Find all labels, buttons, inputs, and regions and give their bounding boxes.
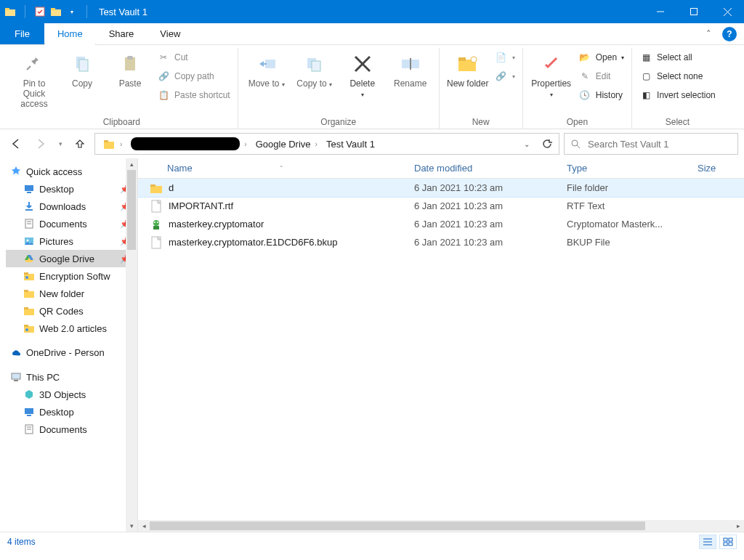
search-input[interactable] bbox=[586, 138, 732, 150]
tree-item[interactable]: Documents bbox=[6, 421, 137, 438]
title-bar: ▾ Test Vault 1 bbox=[0, 0, 744, 23]
tab-share[interactable]: Share bbox=[96, 23, 147, 44]
tree-section[interactable]: OneDrive - Person bbox=[6, 344, 137, 361]
scroll-left-icon[interactable]: ◂ bbox=[138, 520, 150, 532]
tab-view[interactable]: View bbox=[147, 23, 193, 44]
svg-rect-40 bbox=[24, 290, 28, 292]
file-icon bbox=[150, 236, 163, 249]
tree-item[interactable]: Desktop bbox=[6, 403, 137, 421]
details-view-button[interactable] bbox=[699, 535, 716, 549]
up-button[interactable] bbox=[70, 134, 90, 154]
svg-point-45 bbox=[25, 328, 28, 331]
tree-section[interactable]: Quick access bbox=[6, 163, 137, 180]
pin-to-quick-access-button[interactable]: Pin to Quick access bbox=[10, 48, 58, 109]
breadcrumb-hidden[interactable]: › bbox=[128, 137, 251, 150]
link-icon: 🔗 bbox=[495, 70, 508, 83]
folder-icon bbox=[23, 423, 35, 435]
open-button[interactable]: 📂Open ▾ bbox=[575, 49, 627, 65]
copy-button[interactable]: Copy bbox=[58, 48, 106, 89]
tree-item[interactable]: Downloads📌 bbox=[6, 198, 137, 215]
scrollbar-thumb[interactable] bbox=[127, 170, 136, 250]
tree-item[interactable]: Web 2.0 articles bbox=[6, 320, 137, 337]
delete-button[interactable]: Delete▾ bbox=[339, 48, 387, 100]
dropdown-icon[interactable]: ▾ bbox=[66, 6, 78, 17]
help-icon[interactable]: ? bbox=[722, 27, 737, 41]
scrollbar-thumb[interactable] bbox=[150, 522, 645, 530]
refresh-button[interactable] bbox=[537, 134, 557, 154]
new-folder-button[interactable]: New folder bbox=[444, 48, 492, 89]
tree-label: Pictures bbox=[39, 236, 73, 247]
group-new-label: New bbox=[444, 115, 518, 129]
scroll-down-icon[interactable]: ▾ bbox=[126, 520, 137, 532]
tree-item[interactable]: 3D Objects bbox=[6, 386, 137, 403]
thumbnails-view-button[interactable] bbox=[719, 535, 737, 549]
column-name[interactable]: Name˄ bbox=[138, 158, 407, 178]
file-tab[interactable]: File bbox=[0, 23, 44, 44]
svg-rect-47 bbox=[14, 380, 18, 381]
svg-rect-53 bbox=[150, 186, 162, 193]
breadcrumb-item[interactable]: Google Drive› bbox=[253, 139, 322, 150]
file-row[interactable]: masterkey.cryptomator.E1DCD6F6.bkup6 Jan… bbox=[138, 233, 744, 251]
ribbon-tabs: File Home Share View ˄ ? bbox=[0, 23, 744, 45]
tree-item[interactable]: Desktop📌 bbox=[6, 180, 137, 198]
tree-scrollbar[interactable]: ▴ ▾ bbox=[126, 158, 137, 532]
breadcrumb-item[interactable]: Test Vault 1 bbox=[323, 139, 378, 150]
pc-icon bbox=[10, 371, 22, 383]
cut-button[interactable]: ✂Cut bbox=[154, 49, 233, 65]
tree-item[interactable]: New folder bbox=[6, 285, 137, 302]
file-type: File folder bbox=[559, 182, 690, 193]
copy-path-button[interactable]: 🔗Copy path bbox=[154, 68, 233, 84]
properties-icon[interactable] bbox=[34, 6, 46, 17]
ribbon: Pin to Quick access Copy Paste ✂Cut 🔗Cop… bbox=[0, 45, 744, 129]
rename-button[interactable]: Rename bbox=[387, 48, 434, 89]
select-none-button[interactable]: ▢Select none bbox=[636, 68, 719, 84]
paste-shortcut-button[interactable]: 📋Paste shortcut bbox=[154, 87, 233, 103]
tree-item[interactable]: QR Codes bbox=[6, 302, 137, 320]
easy-access-button[interactable]: 🔗▾ bbox=[492, 68, 518, 84]
svg-rect-49 bbox=[27, 415, 31, 416]
tab-home[interactable]: Home bbox=[44, 23, 96, 44]
scroll-up-icon[interactable]: ▴ bbox=[126, 158, 137, 170]
collapse-ribbon-icon[interactable]: ˄ bbox=[698, 23, 719, 44]
search-box[interactable] bbox=[564, 133, 738, 155]
invert-selection-button[interactable]: ◧Invert selection bbox=[636, 87, 719, 103]
bot-icon bbox=[150, 218, 163, 231]
maximize-button[interactable] bbox=[677, 0, 711, 23]
tree-section[interactable]: This PC bbox=[6, 368, 137, 386]
svg-rect-66 bbox=[724, 543, 727, 545]
horizontal-scrollbar[interactable]: ◂ ▸ bbox=[138, 520, 744, 532]
tree-label: Encryption Softw bbox=[39, 271, 110, 282]
minimize-button[interactable] bbox=[644, 0, 677, 23]
tree-item[interactable]: Pictures📌 bbox=[6, 232, 137, 250]
paste-button[interactable]: Paste bbox=[106, 48, 154, 89]
edit-button[interactable]: ✎Edit bbox=[575, 68, 627, 84]
file-row[interactable]: masterkey.cryptomator6 Jan 2021 10:23 am… bbox=[138, 215, 744, 233]
folder-icon[interactable] bbox=[50, 6, 62, 17]
breadcrumb-root[interactable]: › bbox=[100, 137, 126, 150]
back-button[interactable] bbox=[6, 134, 26, 154]
file-date: 6 Jan 2021 10:23 am bbox=[407, 200, 559, 211]
tree-item[interactable]: Documents📌 bbox=[6, 215, 137, 232]
properties-button[interactable]: Properties▾ bbox=[527, 48, 575, 100]
recent-locations-button[interactable]: ▾ bbox=[55, 134, 65, 154]
copy-to-button[interactable]: Copy to ▾ bbox=[291, 48, 339, 90]
new-item-button[interactable]: 📄▾ bbox=[492, 49, 518, 65]
address-bar[interactable]: › › Google Drive› Test Vault 1 ⌄ bbox=[94, 133, 559, 155]
file-row[interactable]: IMPORTANT.rtf6 Jan 2021 10:23 amRTF Text bbox=[138, 197, 744, 215]
move-to-button[interactable]: Move to ▾ bbox=[243, 48, 291, 90]
address-dropdown-button[interactable]: ⌄ bbox=[517, 134, 537, 154]
svg-rect-67 bbox=[729, 543, 732, 545]
close-button[interactable] bbox=[711, 0, 744, 23]
tree-item[interactable]: Encryption Softw bbox=[6, 267, 137, 285]
column-size[interactable]: Size bbox=[690, 158, 744, 178]
history-button[interactable]: 🕓History bbox=[575, 87, 627, 103]
group-organize-label: Organize bbox=[243, 115, 434, 129]
sort-indicator-icon: ˄ bbox=[280, 165, 283, 172]
forward-button[interactable] bbox=[31, 134, 51, 154]
scroll-right-icon[interactable]: ▸ bbox=[732, 520, 744, 532]
column-type[interactable]: Type bbox=[559, 158, 690, 178]
tree-item[interactable]: Google Drive📌 bbox=[6, 250, 137, 267]
file-row[interactable]: d6 Jan 2021 10:23 amFile folder bbox=[138, 179, 744, 197]
select-all-button[interactable]: ▦Select all bbox=[636, 49, 719, 65]
column-date[interactable]: Date modified bbox=[407, 158, 559, 178]
